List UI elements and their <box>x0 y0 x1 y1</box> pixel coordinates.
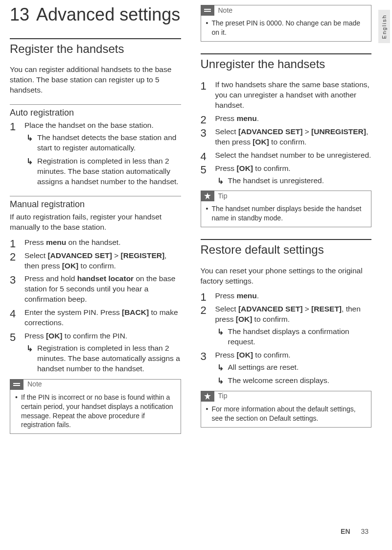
restore-result-2a: The handset displays a confirmation requ… <box>215 327 372 347</box>
manual-step-4: Enter the system PIN. Press [BACK] to ma… <box>10 308 181 328</box>
svg-rect-2 <box>204 9 211 10</box>
restore-intro: You can reset your phone settings to the… <box>201 266 372 287</box>
language-tab-label: English <box>381 14 388 39</box>
tip-text: For more information about the default s… <box>206 405 367 423</box>
unreg-step-2: Press menu. <box>201 114 372 124</box>
restore-result-3b: The welcome screen displays. <box>215 376 372 386</box>
footer-page: 33 <box>361 527 369 535</box>
manual-result-1: Registration is completed in less than 2… <box>24 343 181 374</box>
unreg-step-3: Select [ADVANCED SET] > [UNREGISTER], th… <box>201 127 372 147</box>
section-register: Register the handsets <box>10 38 181 57</box>
unreg-step-1: If two handsets share the same base stat… <box>201 80 372 111</box>
restore-step-1: Press menu. <box>201 291 372 301</box>
auto-steps: Place the handset on the base station. T… <box>10 120 181 187</box>
section-unregister: Unregister the handsets <box>201 53 372 72</box>
subsection-auto: Auto registration <box>10 104 181 119</box>
footer-lang: EN <box>341 527 350 535</box>
restore-results-2: The handset displays a confirmation requ… <box>215 327 372 347</box>
tip-label: Tip <box>201 191 371 201</box>
note-label: Note <box>201 5 371 16</box>
unreg-results: The handset is unregistered. <box>215 176 372 186</box>
tip-text: The handset number displays beside the h… <box>206 204 367 223</box>
restore-step-2: Select [ADVANCED SET] > [RESET], then pr… <box>201 304 372 347</box>
restore-result-3a: All settings are reset. <box>215 362 372 373</box>
unregister-steps: If two handsets share the same base stat… <box>201 80 372 186</box>
note-text: The preset PIN is 0000. No change can be… <box>206 19 367 37</box>
restore-steps: Press menu. Select [ADVANCED SET] > [RES… <box>201 291 372 385</box>
tip-icon <box>201 391 214 402</box>
restore-step-3: Press [OK] to confirm. All settings are … <box>201 350 372 386</box>
auto-result-1: The handset detects the base station and… <box>24 133 181 153</box>
note-label: Note <box>10 379 181 390</box>
svg-rect-1 <box>13 385 20 386</box>
tip-box-handset-number: Tip The handset number displays beside t… <box>201 191 372 227</box>
auto-results: The handset detects the base station and… <box>24 133 181 187</box>
manual-results: Registration is completed in less than 2… <box>24 343 181 374</box>
unreg-result-1: The handset is unregistered. <box>215 176 372 186</box>
register-intro: You can register additional handsets to … <box>10 65 181 96</box>
right-column: Note The preset PIN is 0000. No change c… <box>201 5 372 441</box>
subsection-manual: Manual registration <box>10 196 181 210</box>
note-text: If the PIN is incorrect or no base is fo… <box>15 393 176 430</box>
unreg-step-4: Select the handset number to be unregist… <box>201 150 372 161</box>
manual-steps: Press menu on the handset. Select [ADVAN… <box>10 238 181 374</box>
section-restore: Restore default settings <box>201 239 372 258</box>
unreg-step-5: Press [OK] to confirm. The handset is un… <box>201 164 372 186</box>
note-box-pin-fail: Note If the PIN is incorrect or no base … <box>10 379 181 434</box>
chapter-title: Advanced settings <box>36 5 180 24</box>
page-footer: EN 33 <box>341 527 369 536</box>
chapter-heading: 13 Advanced settings <box>10 5 181 24</box>
tip-box-default-settings: Tip For more information about the defau… <box>201 391 372 428</box>
note-icon <box>10 379 23 390</box>
manual-step-5: Press [OK] to confirm the PIN. Registrat… <box>10 331 181 374</box>
manual-step-2: Select [ADVANCED SET] > [REGISTER], then… <box>10 251 181 271</box>
svg-rect-0 <box>13 383 20 384</box>
manual-step-1: Press menu on the handset. <box>10 238 181 248</box>
auto-step-1: Place the handset on the base station. T… <box>10 120 181 187</box>
chapter-number: 13 <box>10 5 29 24</box>
manual-intro: If auto registration fails, register you… <box>10 212 181 233</box>
page: 13 Advanced settings Register the handse… <box>0 0 392 441</box>
restore-results-3: All settings are reset. The welcome scre… <box>215 362 372 386</box>
svg-rect-3 <box>204 11 211 12</box>
left-column: 13 Advanced settings Register the handse… <box>10 5 181 441</box>
note-icon <box>201 5 214 16</box>
tip-label: Tip <box>201 391 371 402</box>
language-tab: English <box>378 10 390 43</box>
manual-step-3: Press and hold handset locator on the ba… <box>10 274 181 305</box>
note-box-preset-pin: Note The preset PIN is 0000. No change c… <box>201 5 372 42</box>
tip-icon <box>201 191 214 201</box>
auto-result-2: Registration is completed in less than 2… <box>24 156 181 187</box>
